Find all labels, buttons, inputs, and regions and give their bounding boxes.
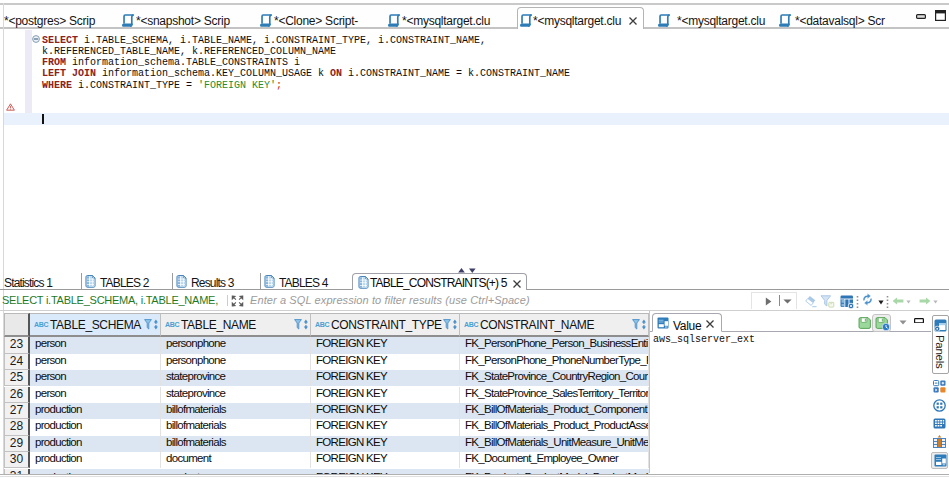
svg-text:ABC: ABC bbox=[34, 321, 49, 328]
svg-text:ABC: ABC bbox=[315, 321, 330, 328]
svg-text:ABC: ABC bbox=[165, 321, 180, 328]
svg-text:ABC: ABC bbox=[464, 321, 479, 328]
